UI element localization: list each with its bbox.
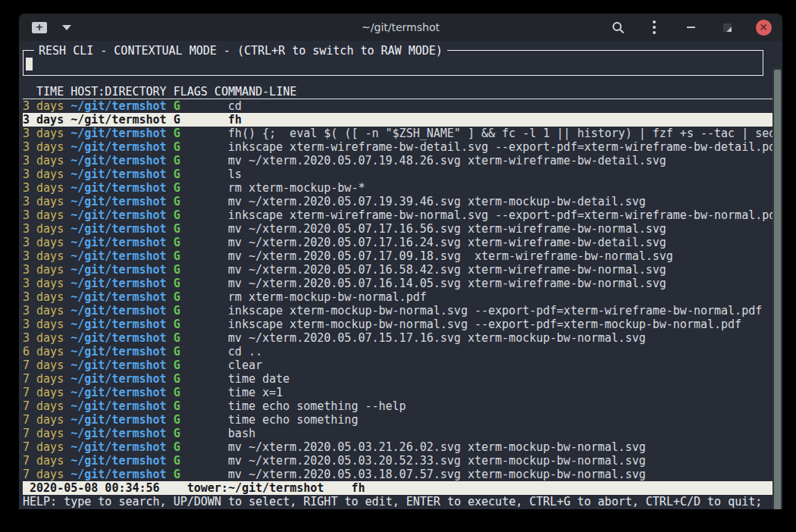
row-command: rm xterm-mockup-bw-normal.pdf (228, 290, 427, 304)
row-directory: ~/git/termshot (71, 331, 166, 345)
row-flags: G (174, 263, 180, 277)
table-row[interactable]: 7 days~/git/termshotGmv ~/xterm.2020.05.… (23, 468, 772, 481)
row-directory: ~/git/termshot (71, 236, 166, 249)
table-row[interactable]: 7 days~/git/termshotGbash (23, 427, 772, 440)
table-row[interactable]: 3 days~/git/termshotGinkscape xterm-wire… (23, 208, 772, 222)
search-input[interactable]: RESH CLI - CONTEXTUAL MODE - (CTRL+R to … (23, 50, 763, 76)
row-flags: G (174, 372, 180, 386)
row-command: mv ~/xterm.2020.05.03.20.52.33.svg xterm… (228, 454, 646, 468)
search-button[interactable] (610, 19, 626, 36)
terminal-screen: RESH CLI - CONTEXTUAL MODE - (CTRL+R to … (19, 41, 782, 509)
table-row[interactable]: 3 days~/git/termshotGcd (23, 99, 772, 113)
row-time: 3 days (23, 113, 64, 127)
row-directory: ~/git/termshot (71, 372, 166, 386)
row-flags: G (174, 140, 180, 154)
table-row[interactable]: 3 days~/git/termshotGinkscape xterm-mock… (23, 318, 772, 331)
table-row[interactable]: 7 days~/git/termshotGtime echo something… (23, 399, 772, 413)
minimize-button[interactable] (682, 19, 699, 36)
table-row[interactable]: 3 days~/git/termshotGmv ~/xterm.2020.05.… (23, 249, 772, 263)
row-command: cd .. (228, 345, 262, 358)
row-time: 3 days (23, 167, 64, 181)
row-time: 7 days (23, 468, 64, 481)
row-directory: ~/git/termshot (71, 290, 166, 304)
row-time: 3 days (23, 222, 64, 236)
table-row[interactable]: 7 days~/git/termshotGclear (23, 358, 772, 372)
row-time: 3 days (23, 140, 64, 154)
table-row[interactable]: 6 days~/git/termshotGcd .. (23, 345, 772, 358)
row-time: 3 days (23, 236, 64, 249)
row-flags: G (174, 113, 180, 127)
row-directory: ~/git/termshot (71, 399, 166, 413)
row-directory: ~/git/termshot (71, 454, 166, 468)
row-command: time echo something --help (228, 399, 406, 413)
status-command: fh (351, 481, 365, 495)
row-flags: G (174, 331, 180, 345)
row-flags: G (174, 345, 180, 358)
row-command: cd (228, 99, 242, 113)
row-flags: G (174, 236, 180, 249)
row-flags: G (174, 440, 180, 454)
status-host-directory: tower:~/git/termshot (187, 481, 324, 495)
row-command: inkscape xterm-mockup-bw-normal.svg --ex… (228, 318, 741, 331)
table-row[interactable]: 3 days~/git/termshotGinkscape xterm-mock… (23, 304, 772, 318)
row-time: 7 days (23, 399, 64, 413)
row-command: mv ~/xterm.2020.05.03.21.26.02.svg xterm… (228, 440, 646, 454)
table-row[interactable]: 7 days~/git/termshotGtime echo something (23, 413, 772, 427)
row-directory: ~/git/termshot (71, 208, 166, 222)
table-row[interactable]: 7 days~/git/termshotGmv ~/xterm.2020.05.… (23, 454, 772, 468)
menu-button[interactable] (646, 19, 663, 36)
terminal-new-tab-icon (32, 22, 47, 33)
row-flags: G (174, 468, 180, 481)
restore-button[interactable] (719, 19, 735, 36)
table-row[interactable]: 3 days~/git/termshotGmv ~/xterm.2020.05.… (23, 154, 772, 167)
scrollbar[interactable] (772, 68, 782, 509)
row-command: mv ~/xterm.2020.05.07.19.48.26.svg xterm… (228, 154, 666, 167)
kebab-menu-icon (653, 20, 656, 34)
status-datetime: 2020-05-08 00:34:56 (23, 481, 160, 495)
table-row[interactable]: 3 days~/git/termshotGmv ~/xterm.2020.05.… (23, 331, 772, 345)
new-tab-button[interactable] (31, 19, 48, 36)
row-time: 7 days (23, 427, 64, 440)
row-command: bash (228, 427, 255, 440)
row-directory: ~/git/termshot (71, 318, 166, 331)
history-list: 3 days~/git/termshotGcd 3 days~/git/term… (23, 99, 772, 481)
table-row[interactable]: 7 days~/git/termshotGmv ~/xterm.2020.05.… (23, 440, 772, 454)
table-row[interactable]: 3 days~/git/termshotGrm xterm-mockup-bw-… (23, 290, 772, 304)
row-command: clear (228, 358, 262, 372)
row-directory: ~/git/termshot (71, 140, 166, 154)
table-row[interactable]: 3 days~/git/termshotGfh() {; eval $( ([ … (23, 127, 772, 140)
row-time: 3 days (23, 195, 64, 208)
table-row[interactable]: 3 days~/git/termshotGmv ~/xterm.2020.05.… (23, 236, 772, 249)
table-row[interactable]: 3 days~/git/termshotGmv ~/xterm.2020.05.… (23, 195, 772, 208)
row-directory: ~/git/termshot (71, 249, 166, 263)
row-command: mv ~/xterm.2020.05.03.18.07.57.svg xterm… (228, 468, 646, 481)
table-row[interactable]: 3 days~/git/termshotGmv ~/xterm.2020.05.… (23, 222, 772, 236)
row-flags: G (174, 399, 180, 413)
row-flags: G (174, 154, 180, 167)
row-flags: G (174, 290, 180, 304)
row-time: 3 days (23, 208, 64, 222)
row-directory: ~/git/termshot (71, 127, 166, 140)
tab-menu-button[interactable] (58, 19, 75, 36)
table-row[interactable]: 7 days~/git/termshotGtime x=1 (23, 386, 772, 399)
row-time: 3 days (23, 99, 64, 113)
row-flags: G (174, 454, 180, 468)
row-command: fh() {; eval $( ([ -n "$ZSH_NAME" ] && f… (228, 127, 772, 140)
row-flags: G (174, 358, 180, 372)
table-row[interactable]: 7 days~/git/termshotGtime date (23, 372, 772, 386)
table-row[interactable]: 3 days~/git/termshotGmv ~/xterm.2020.05.… (23, 263, 772, 277)
row-directory: ~/git/termshot (71, 304, 166, 318)
row-command: time x=1 (228, 386, 283, 399)
row-command: mv ~/xterm.2020.05.07.15.17.16.svg xterm… (228, 331, 646, 345)
help-line: HELP: type to search, UP/DOWN to select,… (23, 495, 772, 509)
row-directory: ~/git/termshot (71, 99, 166, 113)
table-row[interactable]: 3 days~/git/termshotGrm xterm-mockup-bw-… (23, 181, 772, 195)
row-directory: ~/git/termshot (71, 413, 166, 427)
close-button[interactable]: ✕ (755, 19, 772, 36)
row-directory: ~/git/termshot (71, 345, 166, 358)
scrollbar-thumb[interactable] (774, 70, 781, 509)
table-row[interactable]: 3 days~/git/termshotGinkscape xterm-wire… (23, 140, 772, 154)
table-row[interactable]: 3 days~/git/termshotGfh (23, 113, 772, 127)
table-row[interactable]: 3 days~/git/termshotGmv ~/xterm.2020.05.… (23, 277, 772, 290)
table-row[interactable]: 3 days~/git/termshotGls (23, 167, 772, 181)
